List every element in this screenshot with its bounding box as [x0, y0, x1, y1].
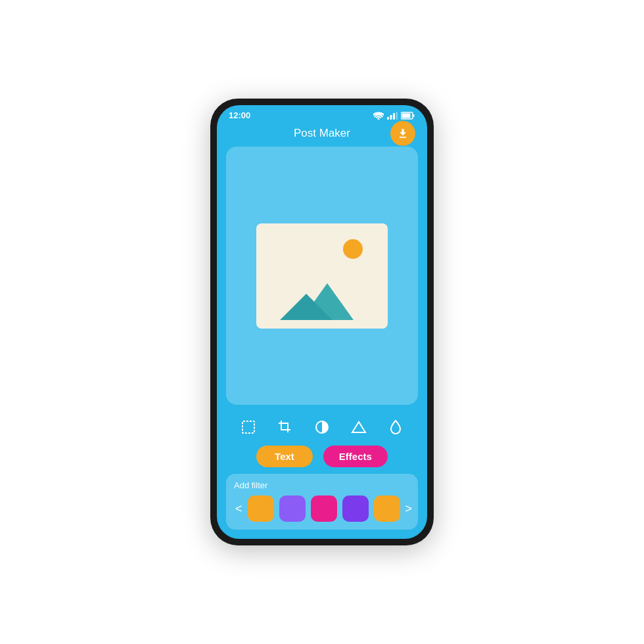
- filter-swatches: [248, 495, 400, 522]
- drop-icon: [388, 419, 403, 435]
- signal-icon: [387, 112, 398, 120]
- shape-icon: [351, 419, 367, 435]
- phone-screen: 12:00: [217, 105, 427, 539]
- svg-rect-0: [387, 117, 389, 120]
- battery-icon: [401, 112, 415, 120]
- filter-row: < >: [234, 495, 410, 522]
- orange2-filter[interactable]: [374, 495, 400, 522]
- status-icons: [373, 112, 415, 120]
- svg-rect-5: [413, 114, 415, 117]
- download-icon: [396, 127, 409, 140]
- status-bar: 12:00: [217, 105, 427, 123]
- download-button[interactable]: [390, 121, 415, 146]
- status-time: 12:00: [229, 110, 250, 120]
- action-buttons: Text Effects: [217, 443, 427, 474]
- mountain-illustration: [269, 269, 375, 329]
- svg-marker-11: [352, 422, 365, 432]
- crop-tool-button[interactable]: [275, 417, 296, 438]
- svg-rect-3: [396, 112, 398, 120]
- page-title: Post Maker: [294, 127, 350, 140]
- shape-tool-button[interactable]: [348, 417, 369, 438]
- pink-filter[interactable]: [311, 495, 337, 522]
- wifi-icon: [373, 112, 384, 120]
- filter-prev-button[interactable]: <: [234, 502, 244, 516]
- violet-filter[interactable]: [342, 495, 369, 522]
- filter-section: Add filter < >: [226, 474, 418, 530]
- filter-next-button[interactable]: >: [404, 502, 414, 516]
- edit-toolbar: [217, 411, 427, 443]
- selection-icon: [241, 419, 256, 435]
- sun-decoration: [343, 239, 363, 259]
- purple-filter[interactable]: [279, 495, 306, 522]
- svg-rect-2: [393, 113, 395, 120]
- phone-frame: 12:00: [210, 99, 434, 545]
- contrast-icon: [314, 419, 330, 435]
- image-placeholder: [256, 223, 388, 329]
- canvas-area[interactable]: [226, 147, 418, 405]
- drop-tool-button[interactable]: [385, 417, 406, 438]
- svg-rect-6: [402, 113, 411, 118]
- app-header: Post Maker: [217, 123, 427, 147]
- orange-filter[interactable]: [248, 495, 274, 522]
- effects-button[interactable]: Effects: [323, 446, 388, 467]
- contrast-tool-button[interactable]: [311, 417, 333, 438]
- selection-tool-button[interactable]: [238, 417, 259, 438]
- svg-rect-1: [390, 115, 392, 120]
- filter-label: Add filter: [234, 480, 410, 490]
- svg-rect-9: [242, 421, 254, 433]
- crop-icon: [277, 419, 293, 435]
- text-button[interactable]: Text: [256, 446, 313, 467]
